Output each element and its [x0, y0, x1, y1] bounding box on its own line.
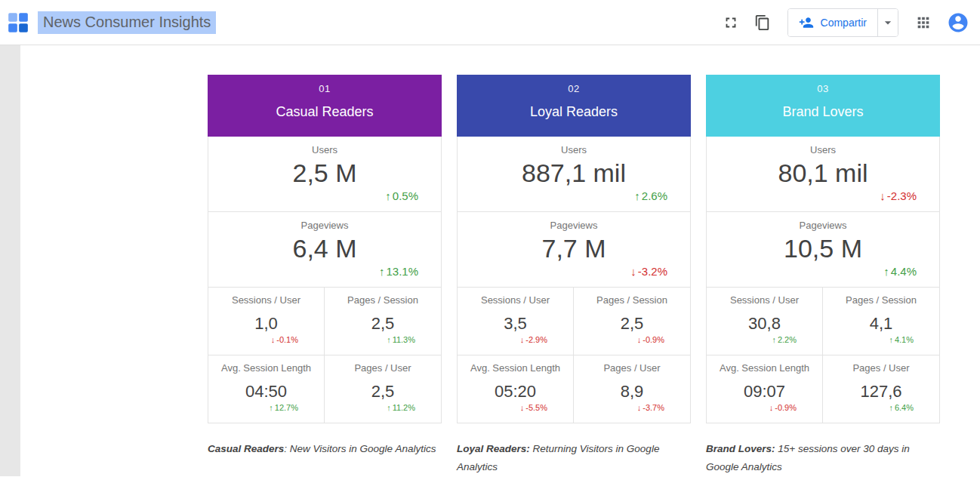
share-button[interactable]: Compartir: [788, 9, 877, 36]
data-studio-logo-icon[interactable]: [8, 12, 29, 33]
users-scorecard: Users 2,5 M 0.5%: [208, 137, 441, 212]
pageviews-value: 6,4 M: [208, 232, 441, 264]
pageviews-value: 7,7 M: [458, 232, 690, 264]
metric-cell-pages-per-session: Pages / Session 2,5 11.3%: [325, 288, 441, 355]
card-title: Brand Lovers: [706, 104, 940, 120]
card-header: 03 Brand Lovers: [706, 75, 940, 137]
users-scorecard: Users 887,1 mil 2.6%: [458, 137, 690, 212]
metrics-grid: Sessions / User 3,5 -2.9% Pages / Sessio…: [458, 288, 690, 423]
card-footnote: Brand Lovers: 15+ sessions over 30 days …: [706, 440, 937, 476]
metric-cell-pages-per-session: Pages / Session 2,5 -0.9%: [574, 288, 690, 355]
report-canvas: 01 Casual Readers Users 2,5 M 0.5% Pagev…: [0, 45, 980, 476]
card-number: 03: [706, 83, 940, 94]
metric-cell-avg-session-length: Avg. Session Length 04:50 12.7%: [208, 355, 325, 423]
metric-cell-pages-per-session: Pages / Session 4,1 4.1%: [823, 288, 939, 355]
pageviews-label: Pageviews: [707, 219, 939, 232]
users-value: 80,1 mil: [707, 157, 939, 189]
users-value: 2,5 M: [208, 157, 441, 189]
card-body: Users 887,1 mil 2.6% Pageviews 7,7 M -3.…: [457, 137, 691, 423]
pageviews-change: 4.4%: [707, 265, 939, 278]
metric-cell-sessions-per-user: Sessions / User 30,8 2.2%: [707, 288, 823, 355]
copy-report-button[interactable]: [750, 10, 775, 35]
metric-cell-avg-session-length: Avg. Session Length 05:20 -5.5%: [458, 355, 574, 423]
share-button-label: Compartir: [821, 17, 867, 29]
pageviews-label: Pageviews: [458, 219, 690, 232]
card-body: Users 2,5 M 0.5% Pageviews 6,4 M 13.1% S…: [208, 137, 442, 423]
card-title: Loyal Readers: [457, 104, 691, 120]
toolbar-actions: Compartir: [718, 8, 969, 37]
pageviews-scorecard: Pageviews 10,5 M 4.4%: [707, 212, 939, 288]
metrics-grid: Sessions / User 1,0 -0.1% Pages / Sessio…: [208, 288, 441, 423]
scorecard-loyal-readers: 02 Loyal Readers Users 887,1 mil 2.6% Pa…: [457, 75, 691, 476]
pageviews-change: -3.2%: [458, 265, 690, 278]
apps-grid-button[interactable]: [911, 10, 936, 35]
pageviews-change: 13.1%: [208, 265, 441, 278]
users-label: Users: [458, 143, 690, 156]
canvas-gutter: [0, 45, 20, 476]
card-footnote: Loyal Readers: Returning Visitors in Goo…: [457, 440, 688, 476]
pageviews-label: Pageviews: [208, 219, 441, 232]
footnote-term: Loyal Readers:: [457, 443, 530, 454]
report-title[interactable]: News Consumer Insights: [38, 11, 216, 34]
card-footnote: Casual Readers: New Visitors in Google A…: [208, 440, 439, 458]
share-options-dropdown[interactable]: [877, 9, 898, 36]
card-body: Users 80,1 mil -2.3% Pageviews 10,5 M 4.…: [706, 137, 940, 423]
metric-cell-sessions-per-user: Sessions / User 3,5 -2.9%: [458, 288, 574, 355]
users-change: 0.5%: [208, 189, 441, 202]
card-header: 02 Loyal Readers: [457, 75, 691, 137]
fullscreen-button[interactable]: [718, 10, 744, 35]
scorecard-casual-readers: 01 Casual Readers Users 2,5 M 0.5% Pagev…: [208, 75, 442, 458]
top-bar: News Consumer Insights Compartir: [0, 0, 980, 45]
brand-area: News Consumer Insights: [8, 11, 216, 34]
users-change: -2.3%: [707, 189, 939, 202]
person-add-icon: [799, 15, 814, 30]
metric-cell-pages-per-user: Pages / User 2,5 11.2%: [325, 355, 441, 423]
users-change: 2.6%: [458, 189, 690, 202]
metric-cell-avg-session-length: Avg. Session Length 09:07 -0.9%: [707, 355, 823, 423]
apps-grid-icon: [915, 14, 932, 31]
share-button-group: Compartir: [787, 8, 898, 37]
card-number: 02: [457, 83, 691, 94]
footnote-term: Brand Lovers:: [706, 443, 775, 454]
pageviews-scorecard: Pageviews 6,4 M 13.1%: [208, 212, 441, 288]
chevron-down-icon: [880, 15, 895, 30]
scorecard-brand-lovers: 03 Brand Lovers Users 80,1 mil -2.3% Pag…: [706, 75, 940, 476]
card-number: 01: [208, 83, 442, 94]
user-avatar[interactable]: [947, 11, 969, 34]
users-label: Users: [208, 143, 441, 156]
metrics-grid: Sessions / User 30,8 2.2% Pages / Sessio…: [707, 288, 939, 423]
pageviews-scorecard: Pageviews 7,7 M -3.2%: [458, 212, 690, 288]
pageviews-value: 10,5 M: [707, 232, 939, 264]
footnote-term: Casual Readers: [208, 443, 284, 454]
footnote-description: : New Visitors in Google Analytics: [284, 443, 436, 454]
metric-cell-pages-per-user: Pages / User 8,9 -3.7%: [574, 355, 690, 423]
metric-cell-sessions-per-user: Sessions / User 1,0 -0.1%: [208, 288, 325, 355]
card-header: 01 Casual Readers: [208, 75, 442, 137]
users-label: Users: [707, 143, 939, 156]
users-value: 887,1 mil: [458, 157, 690, 189]
copy-icon: [754, 14, 771, 31]
fullscreen-icon: [723, 14, 739, 31]
account-circle-icon: [947, 11, 969, 34]
users-scorecard: Users 80,1 mil -2.3%: [707, 137, 939, 212]
card-title: Casual Readers: [208, 104, 442, 120]
metric-cell-pages-per-user: Pages / User 127,6 6.4%: [823, 355, 939, 423]
